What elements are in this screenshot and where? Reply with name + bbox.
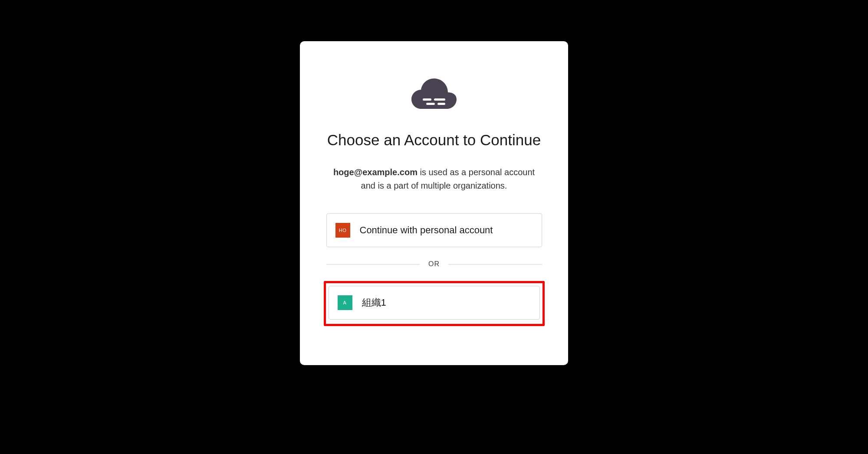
divider-line-right	[448, 264, 542, 265]
highlighted-organization-wrap: A 組織1	[324, 281, 545, 326]
organization-avatar: A	[338, 295, 352, 310]
organization-option-button[interactable]: A 組織1	[329, 286, 540, 320]
subtitle-email: hoge@example.com	[333, 167, 418, 177]
divider-text: OR	[420, 260, 448, 268]
svg-rect-3	[437, 103, 445, 105]
svg-rect-2	[426, 103, 435, 105]
subtitle-text: hoge@example.com is used as a personal a…	[330, 166, 538, 193]
personal-account-label: Continue with personal account	[360, 225, 493, 236]
svg-rect-1	[434, 98, 445, 101]
cloud-logo-icon	[411, 76, 457, 112]
divider: OR	[326, 260, 542, 268]
account-chooser-card: Choose an Account to Continue hoge@examp…	[300, 41, 568, 365]
organization-label: 組織1	[362, 296, 386, 309]
personal-account-avatar: HO	[335, 223, 350, 238]
svg-rect-0	[423, 98, 431, 101]
continue-personal-account-button[interactable]: HO Continue with personal account	[326, 213, 542, 247]
page-title: Choose an Account to Continue	[327, 130, 541, 150]
divider-line-left	[326, 264, 420, 265]
